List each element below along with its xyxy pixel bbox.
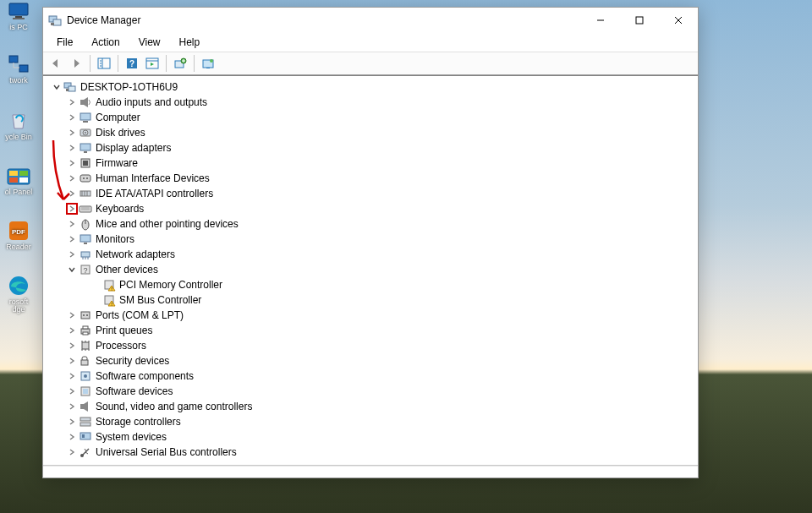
tree-category-node[interactable]: Human Interface Devices xyxy=(48,171,698,186)
tree-expander[interactable] xyxy=(67,265,77,275)
svg-rect-37 xyxy=(80,100,84,105)
menu-action[interactable]: Action xyxy=(83,35,128,50)
toolbar-separator xyxy=(90,55,91,72)
svg-rect-59 xyxy=(80,235,91,242)
tree-expander[interactable] xyxy=(67,188,77,199)
tree-expander[interactable] xyxy=(67,158,77,168)
tree-node-label: Print queues xyxy=(96,325,159,336)
svg-line-97 xyxy=(85,452,88,454)
tree-category-node[interactable]: Processors xyxy=(48,338,698,353)
tree-category-node[interactable]: Sound, video and game controllers xyxy=(48,399,698,414)
swc-icon xyxy=(79,369,92,383)
svg-rect-93 xyxy=(80,433,91,439)
tree-category-node[interactable]: Keyboards xyxy=(48,201,698,216)
tree-category-node[interactable]: Software components xyxy=(48,368,698,384)
tree-category-node[interactable]: Software devices xyxy=(48,384,698,399)
tree-expander[interactable] xyxy=(67,341,77,351)
tree-category-node[interactable]: Disk drives xyxy=(48,125,698,140)
svg-rect-94 xyxy=(82,434,85,438)
mouse-icon xyxy=(79,217,92,231)
tree-device-node[interactable]: !PCI Memory Controller xyxy=(48,277,698,292)
tree-category-node[interactable]: Ports (COM & LPT) xyxy=(48,308,698,323)
svg-rect-60 xyxy=(84,243,87,244)
tree-expander xyxy=(91,280,101,290)
tree-expander[interactable] xyxy=(67,173,77,183)
desktop-icon-pc[interactable]: is PC xyxy=(2,0,36,31)
tree-expander xyxy=(91,295,101,305)
toolbar-forward-button[interactable] xyxy=(67,54,85,73)
tree-expander[interactable] xyxy=(67,386,77,396)
tree-category-node[interactable]: Network adapters xyxy=(48,247,698,262)
tree-category-node[interactable]: Print queues xyxy=(48,323,698,338)
tree-expander[interactable] xyxy=(67,249,77,259)
tree-node-label: DESKTOP-1OTH6U9 xyxy=(80,81,184,93)
desktop-icon-pdf[interactable]: PDF Reader xyxy=(2,220,36,251)
tree-root-node[interactable]: DESKTOP-1OTH6U9 xyxy=(48,79,698,95)
svg-rect-3 xyxy=(9,56,18,63)
tree-device-node[interactable]: !SM Bus Controller xyxy=(48,292,698,308)
tree-expander[interactable] xyxy=(52,82,62,92)
status-bar xyxy=(43,466,698,478)
tree-category-node[interactable]: Storage controllers xyxy=(48,414,698,429)
toolbar-properties-button[interactable] xyxy=(143,54,162,73)
tree-node-label: Software components xyxy=(96,370,200,382)
tree-category-node[interactable]: System devices xyxy=(48,429,698,445)
display-icon xyxy=(79,141,92,155)
minimize-button[interactable] xyxy=(581,8,620,33)
tree-expander[interactable] xyxy=(67,143,77,153)
menu-help[interactable]: Help xyxy=(171,35,209,50)
menu-file[interactable]: File xyxy=(48,35,81,50)
toolbar-help-button[interactable]: ? xyxy=(123,54,141,73)
tree-expander[interactable] xyxy=(67,447,77,457)
toolbar-separator xyxy=(194,55,195,72)
tree-expander[interactable] xyxy=(67,371,77,381)
toolbar-scan-hardware-button[interactable] xyxy=(171,54,189,73)
device-tree[interactable]: DESKTOP-1OTH6U9Audio inputs and outputsC… xyxy=(43,75,698,466)
menu-view[interactable]: View xyxy=(130,35,169,50)
tree-expander[interactable] xyxy=(67,204,77,214)
desktop-icon-network[interactable]: twork xyxy=(2,53,36,85)
tree-category-node[interactable]: Firmware xyxy=(48,156,698,171)
desktop-icon-edge[interactable]: rosoft dge xyxy=(2,275,36,314)
svg-rect-1 xyxy=(15,16,22,18)
toolbar-back-button[interactable] xyxy=(47,54,65,73)
security-icon xyxy=(79,354,92,368)
toolbar-show-hide-tree-button[interactable] xyxy=(95,54,113,73)
tree-category-node[interactable]: Audio inputs and outputs xyxy=(48,95,698,110)
svg-line-98 xyxy=(85,449,86,451)
tree-category-node[interactable]: Computer xyxy=(48,110,698,125)
tree-category-node[interactable]: IDE ATA/ATAPI controllers xyxy=(48,186,698,201)
tree-expander[interactable] xyxy=(67,234,77,244)
tree-expander[interactable] xyxy=(67,432,77,442)
svg-rect-47 xyxy=(80,175,91,182)
tree-expander[interactable] xyxy=(67,356,77,366)
desktop-icon-recycle-bin[interactable]: ycle Bin xyxy=(2,110,36,141)
svg-rect-35 xyxy=(69,86,75,91)
desktop-icon-control-panel[interactable]: ol Panel xyxy=(2,165,36,196)
tree-expander[interactable] xyxy=(67,417,77,427)
tree-category-node[interactable]: Security devices xyxy=(48,353,698,368)
tree-expander[interactable] xyxy=(67,97,77,107)
tree-category-node[interactable]: Display adapters xyxy=(48,140,698,156)
svg-point-72 xyxy=(83,314,85,316)
svg-point-49 xyxy=(86,177,88,179)
tree-category-node[interactable]: Monitors xyxy=(48,232,698,247)
maximize-button[interactable] xyxy=(620,8,659,33)
close-button[interactable] xyxy=(659,8,698,33)
tree-expander[interactable] xyxy=(67,401,77,412)
menubar: File Action View Help xyxy=(43,33,698,52)
tree-expander[interactable] xyxy=(67,112,77,123)
tree-expander[interactable] xyxy=(67,219,77,229)
tree-expander[interactable] xyxy=(67,310,77,320)
tree-category-node[interactable]: Mice and other pointing devices xyxy=(48,216,698,232)
svg-rect-17 xyxy=(636,17,643,24)
titlebar[interactable]: Device Manager xyxy=(43,8,698,33)
tree-node-label: Other devices xyxy=(96,264,165,276)
tree-category-node[interactable]: Universal Serial Bus controllers xyxy=(48,445,698,460)
toolbar-add-hardware-button[interactable] xyxy=(199,54,217,73)
cpu-icon xyxy=(79,339,92,352)
tree-expander[interactable] xyxy=(67,325,77,336)
warn-icon: ! xyxy=(102,278,116,292)
tree-expander[interactable] xyxy=(67,128,77,138)
tree-category-node[interactable]: ?Other devices xyxy=(48,262,698,277)
